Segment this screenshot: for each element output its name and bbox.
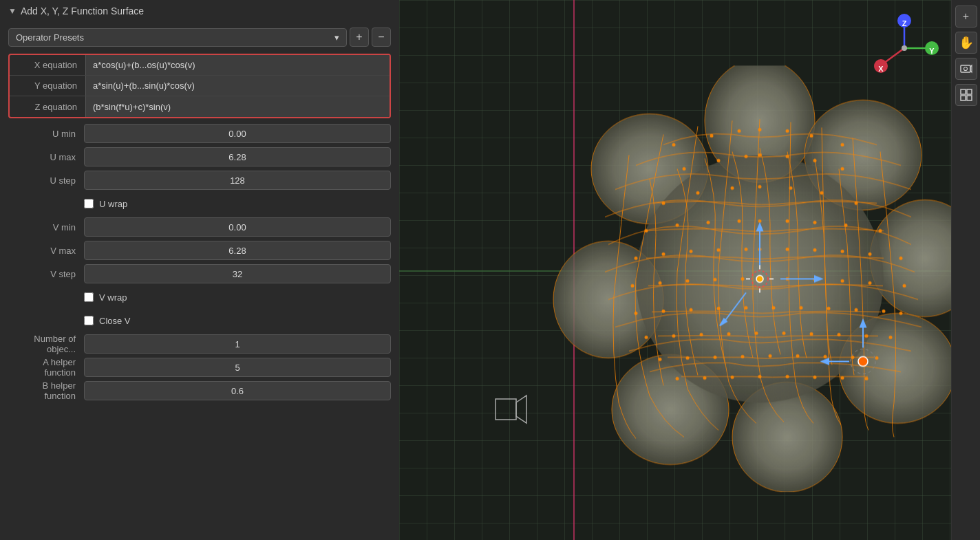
u-step-row: U step [8, 171, 391, 190]
grid-tool-button[interactable] [955, 84, 977, 106]
zoom-icon: + [963, 10, 969, 23]
close-v-checkbox[interactable] [84, 316, 94, 325]
svg-point-98 [841, 142, 844, 146]
svg-point-69 [686, 356, 690, 359]
y-equation-input[interactable] [85, 76, 390, 96]
svg-point-56 [882, 309, 886, 312]
y-equation-row: Y equation [10, 76, 390, 96]
svg-marker-117 [496, 399, 516, 420]
svg-point-40 [741, 277, 745, 280]
svg-point-94 [738, 129, 741, 132]
z-equation-input[interactable] [85, 96, 390, 117]
v-min-row: V min [8, 217, 391, 237]
svg-point-92 [672, 142, 676, 146]
svg-rect-134 [961, 96, 966, 100]
v-min-label: V min [8, 222, 84, 233]
svg-point-100 [756, 275, 763, 282]
y-equation-label: Y equation [10, 80, 85, 91]
svg-point-23 [844, 223, 848, 226]
b-helper-label: B helper function [8, 380, 84, 401]
svg-marker-118 [516, 396, 526, 423]
nav-gizmo[interactable]: Z Y X [870, 14, 939, 83]
u-wrap-checkbox[interactable] [84, 199, 94, 208]
num-objects-label: Number of objec... [8, 334, 84, 354]
svg-point-55 [855, 307, 858, 311]
svg-point-52 [772, 305, 776, 309]
svg-point-51 [745, 305, 748, 309]
svg-point-50 [717, 306, 721, 310]
chevron-down-icon: ▾ [334, 32, 339, 43]
svg-point-74 [824, 354, 827, 358]
equations-group: X equation Y equation Z equation [8, 54, 391, 118]
svg-point-12 [758, 184, 762, 188]
grab-tool-button[interactable]: ✋ [955, 32, 977, 54]
presets-row: Operator Presets ▾ + − [8, 28, 391, 47]
zoom-tool-button[interactable]: + [955, 6, 977, 28]
z-equation-row: Z equation [10, 96, 390, 117]
v-max-row: V max [8, 241, 391, 260]
svg-point-131 [963, 67, 967, 71]
u-min-row: U min [8, 124, 391, 143]
svg-point-24 [879, 228, 882, 232]
svg-point-35 [899, 256, 903, 259]
svg-point-16 [645, 228, 648, 232]
v-max-input[interactable] [84, 241, 391, 260]
close-v-row: Close V [8, 311, 391, 330]
svg-point-25 [635, 256, 638, 259]
svg-point-57 [899, 311, 903, 314]
collapse-chevron[interactable]: ▼ [8, 6, 17, 16]
svg-point-54 [827, 306, 831, 310]
u-step-input[interactable] [84, 171, 391, 190]
a-helper-label: A helper function [8, 357, 84, 378]
svg-point-67 [889, 335, 893, 338]
x-equation-label: X equation [10, 60, 85, 70]
svg-point-90 [813, 158, 817, 162]
camera-tool-button[interactable] [955, 58, 977, 80]
num-objects-input[interactable] [84, 334, 391, 354]
remove-preset-button[interactable]: − [372, 28, 391, 47]
svg-point-96 [786, 129, 789, 132]
svg-point-13 [789, 186, 793, 189]
svg-point-31 [786, 247, 789, 250]
close-v-label: Close V [99, 316, 131, 326]
svg-point-82 [813, 375, 817, 378]
svg-point-66 [865, 334, 869, 337]
svg-rect-129 [961, 65, 970, 72]
svg-point-46 [903, 283, 906, 287]
svg-point-77 [676, 376, 679, 380]
v-min-input[interactable] [84, 217, 391, 237]
operator-presets-dropdown[interactable]: Operator Presets ▾ [8, 28, 347, 47]
left-panel: ▼ Add X, Y, Z Function Surface Operator … [0, 0, 399, 540]
add-preset-button[interactable]: + [350, 28, 369, 47]
svg-text:Y: Y [929, 47, 935, 55]
panel-title-bar: ▼ Add X, Y, Z Function Surface [0, 0, 399, 22]
x-equation-input[interactable] [85, 55, 390, 75]
u-max-row: U max [8, 147, 391, 166]
a-helper-input[interactable] [84, 358, 391, 377]
svg-point-19 [738, 219, 741, 222]
grid-icon [960, 89, 972, 101]
svg-text:Z: Z [902, 19, 907, 28]
u-min-label: U min [8, 129, 84, 139]
svg-point-84 [865, 376, 869, 380]
panel-title-text: Add X, Y, Z Function Surface [21, 6, 144, 17]
viewport[interactable]: Z Y X + ✋ [399, 0, 980, 540]
svg-rect-135 [967, 96, 972, 100]
svg-point-68 [659, 357, 662, 360]
svg-text:X: X [878, 65, 884, 73]
svg-point-45 [869, 281, 872, 284]
svg-point-62 [755, 331, 758, 334]
u-max-input[interactable] [84, 147, 391, 166]
mesh-3d-object [526, 65, 980, 492]
a-helper-row: A helper function [8, 358, 391, 377]
b-helper-input[interactable] [84, 381, 391, 400]
svg-point-17 [676, 223, 679, 226]
svg-point-76 [875, 356, 879, 359]
svg-point-95 [758, 127, 762, 131]
svg-point-38 [686, 279, 690, 282]
u-min-input[interactable] [84, 124, 391, 143]
svg-rect-133 [967, 89, 972, 94]
v-wrap-checkbox[interactable] [84, 292, 94, 302]
v-step-input[interactable] [84, 264, 391, 283]
svg-point-106 [858, 356, 868, 366]
